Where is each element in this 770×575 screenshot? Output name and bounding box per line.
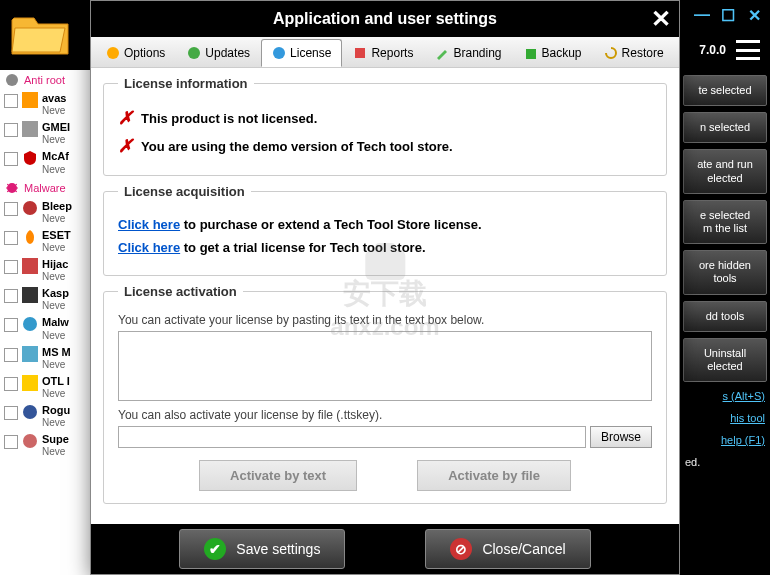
checkbox[interactable] (4, 348, 18, 362)
status-text: ed. (683, 454, 767, 470)
update-selected-button[interactable]: te selected (683, 75, 767, 106)
svg-point-17 (273, 47, 285, 59)
paste-label: You can activate your license by pasting… (118, 313, 652, 327)
activate-by-text-button[interactable]: Activate by text (199, 460, 357, 491)
tool-item-avast[interactable]: avasNeve (0, 90, 95, 119)
svg-point-7 (23, 201, 37, 215)
tab-license[interactable]: License (261, 39, 342, 67)
sidebar-left: Anti root avasNeve GMEINeve McAfNeve Mal… (0, 70, 95, 575)
demo-version-text: You are using the demo version of Tech t… (141, 139, 453, 154)
svg-point-10 (23, 317, 37, 331)
tab-updates[interactable]: Updates (176, 39, 261, 67)
svg-rect-11 (22, 346, 38, 362)
svg-point-15 (107, 47, 119, 59)
tab-backup[interactable]: Backup (513, 39, 593, 67)
svg-point-13 (23, 405, 37, 419)
trial-link[interactable]: Click here (118, 240, 180, 255)
browse-button[interactable]: Browse (590, 426, 652, 448)
svg-rect-8 (22, 258, 38, 274)
tool-item-malwarebytes[interactable]: MalwNeve (0, 314, 95, 343)
svg-point-0 (6, 74, 18, 86)
minimize-icon[interactable]: — (692, 5, 712, 25)
svg-rect-12 (22, 375, 38, 391)
svg-rect-18 (355, 48, 365, 58)
section-anti-root: Anti root (0, 70, 95, 90)
license-text-input[interactable] (118, 331, 652, 401)
checkbox[interactable] (4, 435, 18, 449)
purchase-link[interactable]: Click here (118, 217, 180, 232)
x-icon: ✗ (118, 135, 133, 157)
tool-item-eset[interactable]: ESETNeve (0, 227, 95, 256)
tab-restore[interactable]: Restore (593, 39, 675, 67)
restore-hidden-button[interactable]: ore hidden tools (683, 250, 767, 294)
modal-body: License information ✗This product is not… (91, 68, 679, 524)
sidebar-right: te selected n selected ate and run elect… (680, 70, 770, 575)
check-icon: ✔ (204, 538, 226, 560)
this-tool-link[interactable]: his tool (683, 410, 767, 426)
tool-item-gmer[interactable]: GMEINeve (0, 119, 95, 148)
tabbar: Options Updates License Reports Branding… (91, 37, 679, 68)
svg-rect-2 (22, 121, 38, 137)
checkbox[interactable] (4, 202, 18, 216)
license-information-group: License information ✗This product is not… (103, 76, 667, 176)
close-window-icon[interactable]: ✕ (744, 5, 764, 25)
modal-title-text: Application and user settings (273, 10, 497, 28)
tool-item-kaspersky[interactable]: KaspNeve (0, 285, 95, 314)
svg-rect-19 (526, 49, 536, 59)
license-file-input[interactable] (118, 426, 586, 448)
checkbox[interactable] (4, 289, 18, 303)
checkbox[interactable] (4, 94, 18, 108)
svg-rect-9 (22, 287, 38, 303)
modal-close-icon[interactable]: ✕ (651, 5, 671, 33)
tab-options[interactable]: Options (95, 39, 176, 67)
section-malware: Malware (0, 178, 95, 198)
tool-item-rogue[interactable]: RoguNeve (0, 402, 95, 431)
tab-reports[interactable]: Reports (342, 39, 424, 67)
cancel-icon: ⊘ (450, 538, 472, 560)
help-link[interactable]: help (F1) (683, 432, 767, 448)
tool-item-hijack[interactable]: HijacNeve (0, 256, 95, 285)
license-act-legend: License activation (118, 284, 243, 299)
save-settings-button[interactable]: ✔ Save settings (179, 529, 345, 569)
not-licensed-text: This product is not licensed. (141, 111, 317, 126)
checkbox[interactable] (4, 152, 18, 166)
settings-link[interactable]: s (Alt+S) (683, 388, 767, 404)
checkbox[interactable] (4, 260, 18, 274)
modal-titlebar: Application and user settings ✕ (91, 1, 679, 37)
add-tools-button[interactable]: dd tools (683, 301, 767, 332)
x-icon: ✗ (118, 107, 133, 129)
uninstall-selected-button[interactable]: Uninstall elected (683, 338, 767, 382)
maximize-icon[interactable]: ☐ (718, 5, 738, 25)
close-cancel-button[interactable]: ⊘ Close/Cancel (425, 529, 590, 569)
checkbox[interactable] (4, 123, 18, 137)
license-info-legend: License information (118, 76, 254, 91)
activate-by-file-button[interactable]: Activate by file (417, 460, 571, 491)
tool-item-mcafee[interactable]: McAfNeve (0, 148, 95, 177)
modal-footer: ✔ Save settings ⊘ Close/Cancel (91, 524, 679, 574)
remove-selected-button[interactable]: e selected m the list (683, 200, 767, 244)
run-selected-button[interactable]: n selected (683, 112, 767, 143)
checkbox[interactable] (4, 377, 18, 391)
checkbox[interactable] (4, 318, 18, 332)
settings-modal: Application and user settings ✕ Options … (90, 0, 680, 575)
file-label: You can also activate your license by fi… (118, 408, 652, 422)
svg-rect-1 (22, 92, 38, 108)
checkbox[interactable] (4, 231, 18, 245)
svg-point-16 (188, 47, 200, 59)
tab-branding[interactable]: Branding (424, 39, 512, 67)
version-label: 7.0.0 (699, 43, 726, 57)
update-run-selected-button[interactable]: ate and run elected (683, 149, 767, 193)
checkbox[interactable] (4, 406, 18, 420)
tool-item-otl[interactable]: OTL INeve (0, 373, 95, 402)
license-acq-legend: License acquisition (118, 184, 251, 199)
hamburger-menu-icon[interactable] (736, 40, 760, 60)
tool-item-bleep[interactable]: BleepNeve (0, 198, 95, 227)
license-acquisition-group: License acquisition Click here to purcha… (103, 184, 667, 276)
license-activation-group: License activation You can activate your… (103, 284, 667, 504)
svg-point-14 (23, 434, 37, 448)
app-logo-folder-icon (10, 8, 70, 58)
tool-item-super[interactable]: SupeNeve (0, 431, 95, 460)
tool-item-msm[interactable]: MS MNeve (0, 344, 95, 373)
